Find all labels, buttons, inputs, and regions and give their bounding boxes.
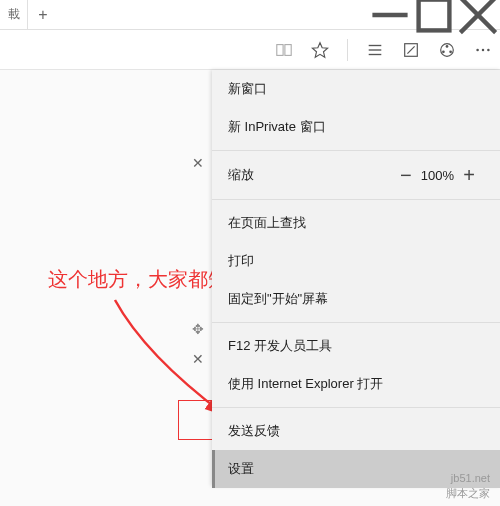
close-icon[interactable]: ✕ [192, 155, 204, 171]
svg-point-13 [446, 45, 449, 48]
minimize-icon[interactable] [368, 0, 412, 30]
menu-new-window[interactable]: 新窗口 [212, 70, 500, 108]
watermark-line2: 脚本之家 [446, 486, 490, 500]
webnote-icon[interactable] [402, 41, 420, 59]
menu-find[interactable]: 在页面上查找 [212, 204, 500, 242]
menu-divider [212, 150, 500, 151]
watermark-line1: jb51.net [446, 471, 490, 485]
menu-divider [212, 199, 500, 200]
zoom-in-button[interactable]: + [454, 164, 484, 187]
menu-zoom-row: 缩放 − 100% + [212, 155, 500, 195]
more-menu-panel: 新窗口 新 InPrivate 窗口 缩放 − 100% + 在页面上查找 打印… [212, 70, 500, 486]
zoom-label: 缩放 [228, 166, 254, 184]
menu-divider [212, 407, 500, 408]
favorites-star-icon[interactable] [311, 41, 329, 59]
hub-icon[interactable] [366, 41, 384, 59]
svg-point-15 [449, 50, 452, 53]
menu-divider [212, 322, 500, 323]
zoom-value: 100% [421, 168, 454, 183]
svg-point-18 [487, 48, 490, 51]
toolbar-separator [347, 39, 348, 61]
maximize-icon[interactable] [412, 0, 456, 30]
svg-point-17 [482, 48, 485, 51]
new-tab-button[interactable]: + [28, 6, 58, 24]
window-controls [368, 0, 500, 30]
close-window-icon[interactable] [456, 0, 500, 30]
zoom-out-button[interactable]: − [391, 164, 421, 187]
svg-rect-4 [277, 44, 283, 55]
menu-print[interactable]: 打印 [212, 242, 500, 280]
menu-open-ie[interactable]: 使用 Internet Explorer 打开 [212, 365, 500, 403]
svg-rect-1 [419, 0, 450, 30]
svg-point-14 [442, 50, 445, 53]
close-icon[interactable]: ✕ [192, 351, 204, 367]
watermark: jb51.net 脚本之家 [446, 471, 490, 500]
browser-tab[interactable]: 載 [0, 0, 28, 30]
svg-marker-6 [312, 42, 327, 56]
svg-rect-5 [285, 44, 291, 55]
move-handle-icon[interactable]: ✥ [192, 321, 204, 337]
menu-feedback[interactable]: 发送反馈 [212, 412, 500, 450]
menu-new-inprivate[interactable]: 新 InPrivate 窗口 [212, 108, 500, 146]
menu-devtools[interactable]: F12 开发人员工具 [212, 327, 500, 365]
menu-pin-start[interactable]: 固定到"开始"屏幕 [212, 280, 500, 318]
titlebar: 載 + [0, 0, 500, 30]
reading-view-icon[interactable] [275, 41, 293, 59]
svg-line-11 [407, 46, 414, 53]
share-icon[interactable] [438, 41, 456, 59]
more-menu-icon[interactable] [474, 41, 492, 59]
svg-point-16 [476, 48, 479, 51]
